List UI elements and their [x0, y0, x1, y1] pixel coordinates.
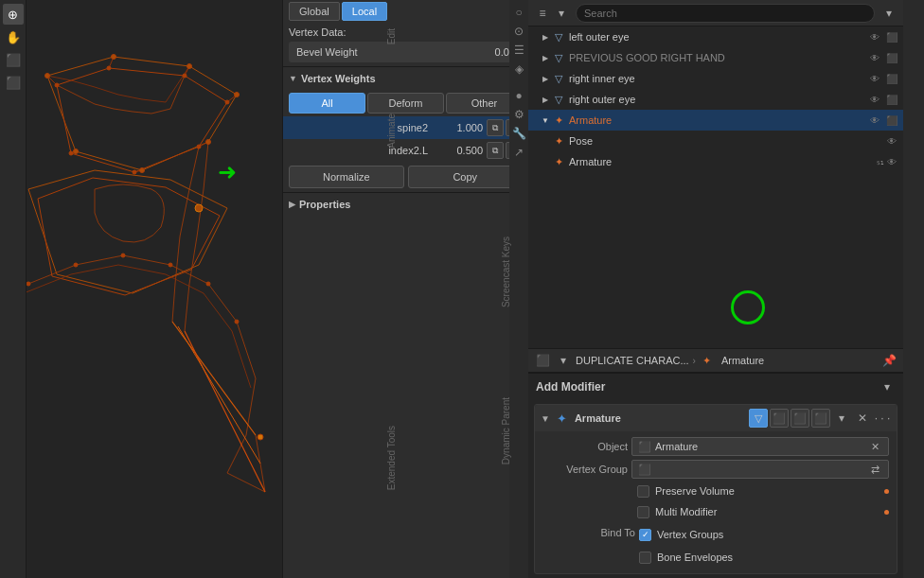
item-visibility-3[interactable]: 👁	[867, 71, 882, 86]
modifier-icon: ✦	[554, 410, 571, 427]
item-camera-5[interactable]: ⬛	[884, 113, 899, 128]
modifier-properties-panel: Add Modifier ▾ ▼ ✦ Armature ▽ ⬛ ⬛ ⬛ ▾ ✕	[528, 373, 903, 578]
svg-point-27	[74, 263, 78, 267]
modifier-collapse-arrow[interactable]: ▼	[541, 413, 550, 424]
copy-button[interactable]: Copy	[408, 166, 524, 188]
side-icon-2[interactable]: ⊙	[510, 23, 527, 40]
add-modifier-dropdown[interactable]: ▾	[879, 378, 896, 395]
camera-tool[interactable]: ⬛	[3, 49, 24, 70]
modifier-menu-btn[interactable]: · · ·	[874, 410, 891, 427]
preserve-volume-checkbox[interactable]	[637, 485, 649, 498]
properties-section[interactable]: ▶ Properties · · ·	[283, 193, 528, 216]
outliner-item-right-inner-eye[interactable]: ▶ ▽ right inner eye 👁 ⬛	[528, 68, 903, 89]
side-icon-3[interactable]: ☰	[510, 42, 527, 59]
item-visibility-1[interactable]: 👁	[867, 29, 882, 44]
preserve-volume-indicator	[884, 489, 889, 494]
global-button[interactable]: Global	[289, 2, 340, 21]
breadcrumb-path[interactable]: DUPLICATE CHARAC... › ✦ Armature	[576, 353, 764, 368]
item-visibility-5[interactable]: 👁	[867, 113, 882, 128]
outliner-settings-icon[interactable]: ▾	[880, 5, 897, 22]
weight-select-btn-spine2[interactable]: ⧉	[487, 119, 504, 136]
left-toolbar: ⊕ ✋ ⬛ ⬛	[0, 0, 27, 578]
item-arrow-4: ▶	[540, 94, 551, 105]
modifier-expand-btn[interactable]: ▾	[832, 409, 851, 428]
modifier-close-btn[interactable]: ✕	[853, 409, 872, 428]
outliner-filter-icon[interactable]: ≡	[534, 5, 551, 22]
modifier-icon-3[interactable]: ⬛	[791, 409, 809, 428]
svg-point-15	[55, 83, 59, 87]
modifier-icon-4[interactable]: ⬛	[811, 409, 830, 428]
vertex-groups-checkbox[interactable]: ✓	[639, 529, 651, 541]
item-visibility-4[interactable]: 👁	[867, 92, 882, 107]
modifier-card-header[interactable]: ▼ ✦ Armature ▽ ⬛ ⬛ ⬛ ▾ ✕ · · ·	[535, 405, 897, 431]
item-camera-1[interactable]: ⬛	[884, 29, 899, 44]
outliner-item-armature[interactable]: ▼ ✦ Armature 👁 ⬛	[528, 110, 903, 131]
outliner-item-prev-hand[interactable]: ▶ ▽ PREVIOUS GOOD RIGHT HAND 👁 ⬛	[528, 47, 903, 68]
side-icon-6[interactable]: ⚙	[510, 106, 527, 123]
outliner-item-pose[interactable]: ✦ Pose 👁	[528, 131, 903, 151]
outliner-item-armature-child[interactable]: ✦ Armature ₅₁ 👁	[528, 151, 903, 172]
weight-item-spine2[interactable]: spine2 1.000 ⧉ ✕	[283, 116, 528, 139]
weight-select-btn-index2l[interactable]: ⧉	[487, 142, 504, 159]
bind-to-row: Bind To ✓ Vertex Groups	[542, 522, 889, 569]
item-name-armature-child: Armature	[569, 156, 875, 167]
filter-deform-button[interactable]: Deform	[367, 93, 444, 114]
item-camera-3[interactable]: ⬛	[884, 71, 899, 86]
side-icon-7[interactable]: 🔧	[510, 125, 527, 142]
side-icon-4[interactable]: ◈	[510, 61, 527, 78]
weight-item-index2l[interactable]: index2.L 0.500 ⧉ ✕	[283, 139, 528, 162]
weight-value-index2l: 0.500	[435, 145, 483, 156]
modifier-icon-1[interactable]: ▽	[749, 409, 768, 428]
search-input[interactable]	[576, 4, 875, 23]
multi-modifier-checkbox[interactable]	[637, 506, 649, 518]
item-camera-4[interactable]: ⬛	[884, 92, 899, 107]
bone-envelopes-checkbox[interactable]	[639, 552, 651, 564]
item-arrow-2: ▶	[540, 52, 551, 63]
filter-all-button[interactable]: All	[289, 93, 365, 114]
vertex-weights-section: ▼ Vertex Weights · · · All Deform Other …	[283, 67, 528, 193]
item-visibility-7[interactable]: 👁	[884, 154, 899, 169]
object-clear-btn[interactable]: ✕	[867, 439, 882, 454]
vertex-group-input[interactable]: ⬛ ⇄	[631, 460, 889, 479]
normalize-button[interactable]: Normalize	[289, 166, 404, 188]
object-icon: ⬛	[638, 441, 651, 453]
bevel-weight-row[interactable]: Bevel Weight 0.00	[289, 42, 523, 62]
cursor-tool[interactable]: ⊕	[3, 4, 24, 25]
outliner-item-right-outer-eye[interactable]: ▶ ▽ right outer eye 👁 ⬛	[528, 89, 903, 110]
item-name-hand: PREVIOUS GOOD RIGHT HAND	[569, 52, 867, 63]
modifier-name: Armature	[575, 412, 745, 424]
weight-name-index2l: index2.L	[289, 145, 435, 156]
item-right-icons-3: 👁 ⬛	[867, 71, 899, 86]
breadcrumb-left-icon[interactable]: ⬛	[534, 352, 551, 369]
grid-tool[interactable]: ⬛	[3, 72, 24, 93]
item-right-icons-1: 👁 ⬛	[867, 29, 899, 44]
outliner-item-left-outer-eye[interactable]: ▶ ▽ left outer eye 👁 ⬛	[528, 26, 903, 47]
modifier-icon-2[interactable]: ⬛	[770, 409, 789, 428]
side-icon-8[interactable]: ↗	[510, 144, 527, 161]
item-name-eye1: left outer eye	[569, 31, 867, 43]
svg-point-18	[225, 100, 229, 104]
item-visibility-2[interactable]: 👁	[867, 50, 882, 65]
vertex-weights-title: Vertex Weights	[301, 73, 376, 84]
outliner-items: ▶ ▽ left outer eye 👁 ⬛ ▶ ▽ PREVIOUS GOOD…	[528, 26, 903, 348]
item-visibility-6[interactable]: 👁	[884, 133, 899, 149]
breadcrumb-pin-icon[interactable]: 📌	[880, 352, 897, 369]
svg-point-25	[258, 434, 263, 440]
bind-to-vertex-groups: ✓ Vertex Groups	[639, 524, 881, 545]
side-icon-5[interactable]: ●	[510, 87, 527, 104]
local-button[interactable]: Local	[342, 2, 387, 21]
vertex-group-swap-btn[interactable]: ⇄	[867, 462, 882, 477]
breadcrumb-dropdown[interactable]: ▾	[555, 352, 572, 369]
weight-value-spine2: 1.000	[435, 122, 483, 133]
side-icon-1[interactable]: ○	[510, 4, 527, 21]
svg-line-22	[172, 322, 256, 435]
outliner-view-icon[interactable]: ▾	[553, 5, 570, 22]
object-input[interactable]: ⬛ Armature ✕	[631, 437, 889, 456]
hand-tool[interactable]: ✋	[3, 26, 24, 47]
item-camera-2[interactable]: ⬛	[884, 50, 899, 65]
bone-envelopes-label: Bone Envelopes	[657, 552, 733, 563]
properties-arrow: ▶	[289, 200, 295, 209]
right-panels: ≡ ▾ ▾ ▶ ▽ left outer eye 👁 ⬛ ▶	[528, 0, 924, 578]
item-right-icons-2: 👁 ⬛	[867, 50, 899, 65]
vertex-weights-header[interactable]: ▼ Vertex Weights · · ·	[283, 67, 528, 90]
